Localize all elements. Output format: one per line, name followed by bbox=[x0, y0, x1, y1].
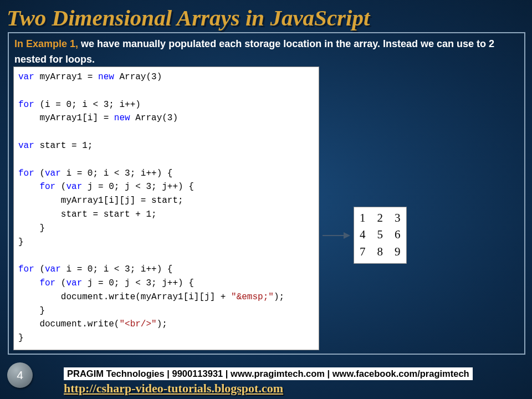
footer-contact: PRAGIM Technologies | 9900113931 | www.p… bbox=[64, 367, 473, 380]
output-row: 7 8 9 bbox=[360, 243, 401, 260]
footer-link[interactable]: http://csharp-video-tutorials.blogspot.c… bbox=[64, 381, 518, 396]
intro-highlight: In Example 1, bbox=[14, 38, 81, 49]
page-number-badge: 4 bbox=[7, 362, 33, 388]
code-block: var myArray1 = new Array(3) for (i = 0; … bbox=[13, 66, 319, 350]
output-row: 4 5 6 bbox=[360, 226, 401, 243]
slide-title: Two Dimensional Arrays in JavaScript bbox=[7, 4, 370, 31]
content-frame: In Example 1, we have manually populated… bbox=[8, 32, 525, 355]
intro-text: In Example 1, we have manually populated… bbox=[14, 37, 519, 68]
intro-rest: we have manually populated each storage … bbox=[14, 38, 494, 65]
footer: PRAGIM Technologies | 9900113931 | www.p… bbox=[64, 367, 518, 396]
output-grid: 1 2 3 4 5 6 7 8 9 bbox=[354, 207, 407, 264]
output-row: 1 2 3 bbox=[360, 209, 401, 226]
arrow-icon bbox=[323, 235, 349, 236]
